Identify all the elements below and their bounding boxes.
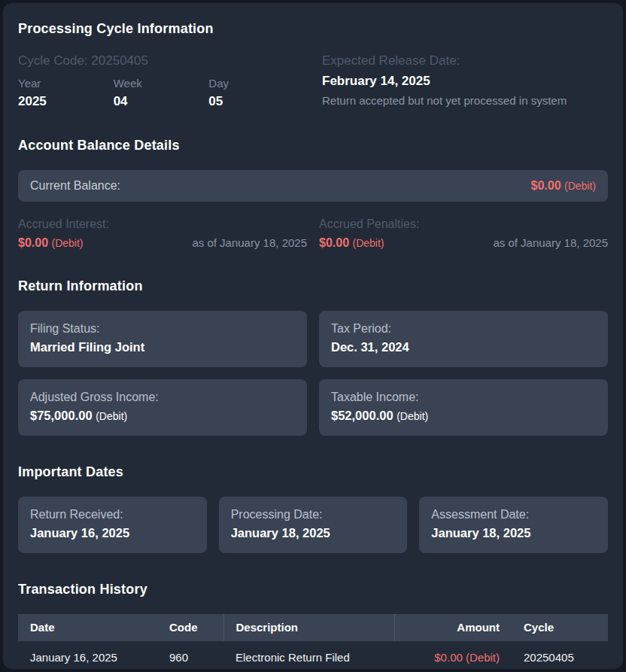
accrued-grid: Accrued Interest: $0.00 (Debit) as of Ja… bbox=[18, 217, 608, 250]
assessment-date-card: Assessment Date: January 18, 2025 bbox=[419, 497, 608, 553]
debit-suffix: (Debit) bbox=[564, 180, 596, 192]
column-header-description: Description bbox=[223, 614, 394, 641]
section-title-processing-cycle: Processing Cycle Information bbox=[18, 21, 608, 37]
expected-release-date: February 14, 2025 bbox=[322, 74, 608, 89]
section-title-important-dates: Important Dates bbox=[18, 464, 608, 480]
transaction-description-cell: Electronic Return Filed bbox=[223, 641, 394, 672]
accrued-interest-asof: as of January 18, 2025 bbox=[192, 236, 307, 249]
current-balance-amount: $0.00 (Debit) bbox=[530, 179, 596, 193]
transaction-row: January 16, 2025 960 Electronic Return F… bbox=[18, 641, 608, 672]
return-information-grid: Filing Status: Married Filing Joint Tax … bbox=[18, 311, 608, 367]
current-balance-label: Current Balance: bbox=[30, 179, 120, 193]
cycle-field-label: Day bbox=[208, 77, 304, 90]
agi-label: Adjusted Gross Income: bbox=[30, 391, 295, 404]
expected-release-label: Expected Release Date: bbox=[322, 53, 608, 68]
processing-cycle-grid: Cycle Code: 20250405 Year 2025 Week 04 D… bbox=[18, 53, 608, 109]
debit-suffix: (Debit) bbox=[52, 237, 84, 249]
filing-status-value: Married Filing Joint bbox=[30, 340, 295, 354]
tax-period-value: Dec. 31, 2024 bbox=[331, 340, 596, 354]
assessment-date-value: January 18, 2025 bbox=[431, 526, 596, 540]
cycle-field-week: Week 04 bbox=[114, 77, 209, 109]
tax-period-label: Tax Period: bbox=[331, 322, 596, 336]
agi-value: $75,000.00 (Debit) bbox=[30, 409, 295, 423]
accrued-penalties-asof: as of January 18, 2025 bbox=[493, 236, 608, 249]
transaction-table: Date Code Description Amount Cycle Janua… bbox=[18, 614, 608, 672]
section-important-dates: Important Dates Return Received: January… bbox=[18, 464, 608, 553]
agi-card: Adjusted Gross Income: $75,000.00 (Debit… bbox=[18, 379, 307, 436]
debit-suffix: (Debit) bbox=[397, 410, 428, 422]
tax-period-card: Tax Period: Dec. 31, 2024 bbox=[319, 311, 608, 367]
return-received-card: Return Received: January 16, 2025 bbox=[18, 497, 207, 553]
column-header-cycle: Cycle bbox=[512, 614, 608, 641]
transaction-date-cell: January 16, 2025 bbox=[18, 641, 157, 672]
year-week-day-grid: Year 2025 Week 04 Day 05 bbox=[18, 77, 304, 109]
return-received-value: January 16, 2025 bbox=[30, 526, 195, 540]
current-balance-row: Current Balance: $0.00 (Debit) bbox=[18, 170, 608, 202]
processing-date-value: January 18, 2025 bbox=[231, 526, 396, 540]
debit-suffix: (Debit) bbox=[353, 237, 384, 249]
return-received-label: Return Received: bbox=[30, 508, 195, 521]
cycle-field-value: 2025 bbox=[18, 94, 114, 109]
section-transaction-history: Transaction History Date Code Descriptio… bbox=[18, 582, 608, 672]
transaction-amount-cell: $0.00 (Debit) bbox=[394, 641, 512, 672]
filing-status-label: Filing Status: bbox=[30, 322, 295, 336]
column-header-amount: Amount bbox=[394, 614, 512, 641]
taxable-income-label: Taxable Income: bbox=[331, 391, 596, 404]
accrued-interest-label: Accrued Interest: bbox=[18, 217, 307, 231]
assessment-date-label: Assessment Date: bbox=[431, 508, 596, 521]
accrued-penalties-label: Accrued Penalties: bbox=[319, 217, 608, 231]
taxable-income-card: Taxable Income: $52,000.00 (Debit) bbox=[319, 379, 608, 436]
transaction-table-header-row: Date Code Description Amount Cycle bbox=[18, 614, 608, 641]
return-information-grid-row2: Adjusted Gross Income: $75,000.00 (Debit… bbox=[18, 379, 608, 436]
filing-status-card: Filing Status: Married Filing Joint bbox=[18, 311, 307, 367]
important-dates-grid: Return Received: January 16, 2025 Proces… bbox=[18, 497, 608, 553]
accrued-interest-block: Accrued Interest: $0.00 (Debit) as of Ja… bbox=[18, 217, 307, 250]
transaction-cycle-cell: 20250405 bbox=[512, 641, 608, 672]
accrued-interest-amount: $0.00 (Debit) bbox=[18, 236, 84, 250]
section-title-return-information: Return Information bbox=[18, 278, 608, 294]
debit-suffix: (Debit) bbox=[96, 410, 127, 422]
section-return-information: Return Information Filing Status: Marrie… bbox=[18, 278, 608, 436]
cycle-field-label: Week bbox=[114, 77, 209, 90]
cycle-field-day: Day 05 bbox=[208, 77, 304, 109]
taxable-income-value: $52,000.00 (Debit) bbox=[331, 409, 596, 423]
cycle-field-value: 04 bbox=[114, 94, 209, 109]
cycle-code-line: Cycle Code: 20250405 bbox=[18, 53, 304, 68]
section-title-transaction-history: Transaction History bbox=[18, 582, 608, 598]
transaction-code-cell: 960 bbox=[157, 641, 223, 672]
expected-release-note: Return accepted but not yet processed in… bbox=[322, 94, 608, 107]
accrued-penalties-block: Accrued Penalties: $0.00 (Debit) as of J… bbox=[319, 217, 608, 250]
expected-release-block: Expected Release Date: February 14, 2025… bbox=[322, 53, 608, 109]
tax-account-panel: Processing Cycle Information Cycle Code:… bbox=[3, 3, 623, 669]
cycle-code-block: Cycle Code: 20250405 Year 2025 Week 04 D… bbox=[18, 53, 304, 109]
processing-date-card: Processing Date: January 18, 2025 bbox=[219, 497, 408, 553]
column-header-code: Code bbox=[157, 614, 223, 641]
section-processing-cycle: Processing Cycle Information Cycle Code:… bbox=[18, 21, 608, 109]
processing-date-label: Processing Date: bbox=[231, 508, 396, 521]
accrued-penalties-amount: $0.00 (Debit) bbox=[319, 236, 384, 250]
accrued-interest-row: $0.00 (Debit) as of January 18, 2025 bbox=[18, 236, 307, 250]
column-header-date: Date bbox=[18, 614, 157, 641]
cycle-field-label: Year bbox=[18, 77, 114, 90]
section-title-account-balance: Account Balance Details bbox=[18, 138, 608, 154]
cycle-field-year: Year 2025 bbox=[18, 77, 114, 109]
cycle-field-value: 05 bbox=[208, 94, 304, 109]
section-account-balance: Account Balance Details Current Balance:… bbox=[18, 138, 608, 250]
accrued-penalties-row: $0.00 (Debit) as of January 18, 2025 bbox=[319, 236, 608, 250]
